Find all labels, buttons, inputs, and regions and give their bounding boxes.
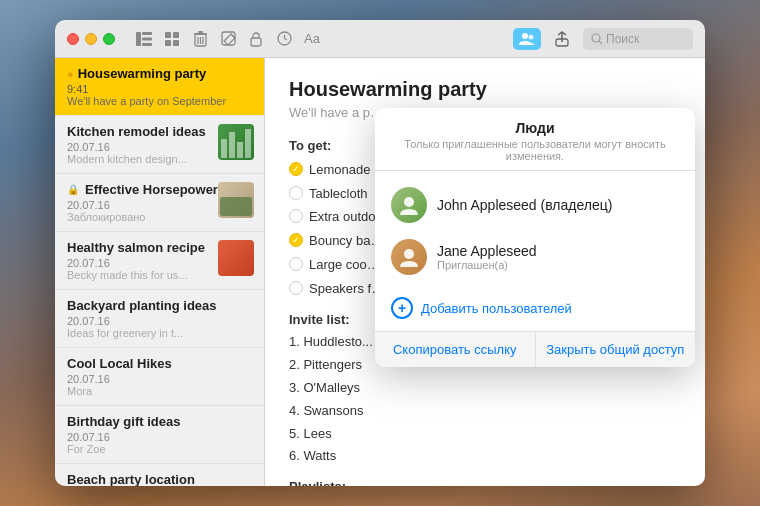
person-info: John Appleseed (владелец) [437,197,612,213]
list-item: 4. Swansons [289,401,681,422]
close-button[interactable] [67,33,79,45]
svg-point-21 [529,34,534,39]
list-item[interactable]: 🔒 Effective Horsepower 20.07.16 Заблокир… [55,174,264,232]
list-item[interactable]: Birthday gift ideas 20.07.16 For Zoe [55,406,264,464]
svg-rect-4 [165,32,171,38]
search-input[interactable]: Поиск [606,32,639,46]
maximize-button[interactable] [103,33,115,45]
person-role: Приглашен(а) [437,259,537,271]
svg-rect-6 [165,40,171,46]
playlists-label: Playlists: [289,477,681,486]
svg-point-20 [522,33,528,39]
list-item[interactable]: Kitchen remodel ideas 20.07.16 Modern ki… [55,116,264,174]
svg-line-19 [284,39,287,41]
svg-rect-7 [173,40,179,46]
svg-rect-1 [142,32,152,35]
note-item-date: 20.07.16 [67,373,252,385]
note-item-preview: For Zoe [67,443,252,455]
check-circle-empty [289,281,303,295]
note-item-preview: We'll have a party on September [67,95,252,107]
svg-point-26 [404,249,414,259]
delete-icon[interactable] [191,30,209,48]
note-content-area: Housewarming party We'll have a p… To ge… [265,58,705,486]
list-item: 5. Lees [289,424,681,445]
svg-rect-0 [136,32,141,46]
note-item-title: Birthday gift ideas [67,414,252,429]
main-content: ● Housewarming party 9:41 We'll have a p… [55,58,705,486]
person-name: John Appleseed (владелец) [437,197,612,213]
note-item-title: Housewarming party [78,66,207,81]
titlebar: Aa Поиск [55,20,705,58]
svg-rect-9 [194,33,207,35]
people-popup: Люди Только приглашенные пользователи мо… [375,108,695,367]
titlebar-right: Поиск [513,28,693,50]
checklist-text: Tablecloth [309,184,368,205]
popup-footer: Скопировать ссылку Закрыть общий доступ [375,331,695,367]
check-circle-checked [289,162,303,176]
popup-title: Люди [391,120,679,136]
people-button[interactable] [513,28,541,50]
playlists-section: Playlists: Songs of the Summer: 2016 I J… [289,477,681,486]
share-button[interactable] [549,28,575,50]
add-user-row[interactable]: + Добавить пользователей [375,291,695,331]
svg-rect-3 [142,43,152,46]
note-item-date: 20.07.16 [67,315,252,327]
popup-subtitle: Только приглашенные пользователи могут в… [391,138,679,162]
check-circle-empty [289,257,303,271]
person-name: Jane Appleseed [437,243,537,259]
traffic-lights [67,33,115,45]
lock-icon: 🔒 [67,184,79,195]
list-item[interactable]: Healthy salmon recipe 20.07.16 Becky mad… [55,232,264,290]
add-user-label: Добавить пользователей [421,301,572,316]
lock-icon[interactable] [247,30,265,48]
note-item-title: Beach party location [67,472,252,486]
avatar [391,239,427,275]
grid-view-icon[interactable] [163,30,181,48]
note-title: Housewarming party [289,78,681,101]
note-thumb [218,240,254,276]
svg-rect-16 [251,38,261,46]
list-item[interactable]: Cool Local Hikes 20.07.16 Mora [55,348,264,406]
checklist-text: Large coo… [309,255,380,276]
clock-icon[interactable] [275,30,293,48]
svg-line-24 [599,41,602,44]
minimize-button[interactable] [85,33,97,45]
checklist-text: Lemonade [309,160,370,181]
copy-link-button[interactable]: Скопировать ссылку [375,332,536,367]
check-circle-empty [289,209,303,223]
person-item: John Appleseed (владелец) [375,179,695,231]
svg-rect-10 [198,31,203,33]
list-item[interactable]: ● Housewarming party 9:41 We'll have a p… [55,58,264,116]
close-sharing-button[interactable]: Закрыть общий доступ [536,332,696,367]
list-item: 6. Watts [289,446,681,467]
compose-icon[interactable] [219,30,237,48]
svg-point-25 [404,197,414,207]
add-user-icon: + [391,297,413,319]
note-item-title: Cool Local Hikes [67,356,252,371]
note-item-title: Backyard planting ideas [67,298,252,313]
note-item-date: 9:41 [67,83,252,95]
svg-rect-2 [142,37,152,40]
font-icon[interactable]: Aa [303,30,321,48]
checklist-text: Bouncy ba… [309,231,383,252]
list-item[interactable]: Beach party location 20.07.16 Meet at th… [55,464,264,486]
svg-rect-5 [173,32,179,38]
note-item-preview: Mora [67,385,252,397]
avatar [391,187,427,223]
checklist-text: Speakers f… [309,279,384,300]
note-thumb [218,182,254,218]
toolbar-icons: Aa [135,30,321,48]
note-item-title: Effective Horsepower [85,182,218,197]
note-item-date: 20.07.16 [67,431,252,443]
popup-header: Люди Только приглашенные пользователи мо… [375,108,695,171]
note-item-preview: Ideas for greenery in t... [67,327,252,339]
check-circle-empty [289,186,303,200]
list-item[interactable]: Backyard planting ideas 20.07.16 Ideas f… [55,290,264,348]
notes-sidebar: ● Housewarming party 9:41 We'll have a p… [55,58,265,486]
sidebar-toggle-icon[interactable] [135,30,153,48]
note-thumb [218,124,254,160]
person-item: Jane Appleseed Приглашен(а) [375,231,695,283]
list-item: 3. O'Malleys [289,378,681,399]
search-box[interactable]: Поиск [583,28,693,50]
person-info: Jane Appleseed Приглашен(а) [437,243,537,271]
